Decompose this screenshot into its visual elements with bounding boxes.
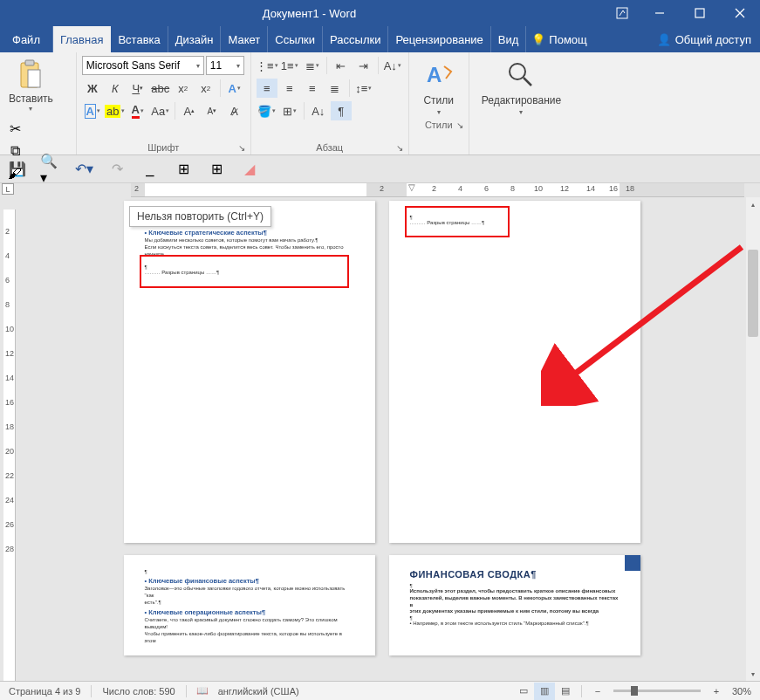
borders-button[interactable]: ⊞ — [279, 101, 300, 120]
status-word-count[interactable]: Число слов: 590 — [97, 686, 180, 697]
tab-insert[interactable]: Вставка — [111, 26, 168, 52]
multilevel-icon: ≣ — [305, 59, 315, 72]
horizontal-ruler[interactable]: 2 2 ▽ 2 4 6 8 10 12 14 16 18 — [131, 183, 744, 197]
tab-selector[interactable]: L — [2, 183, 14, 195]
tab-view[interactable]: Вид — [491, 26, 527, 52]
text-effects-button[interactable]: A — [224, 79, 245, 98]
font-color-button[interactable]: A — [127, 101, 148, 120]
scroll-up-icon[interactable]: ▴ — [746, 197, 760, 211]
sort-az-button[interactable]: A↓ — [308, 101, 329, 120]
qat-btn-7[interactable]: ⊞ — [206, 159, 227, 180]
table2-icon: ⊞ — [211, 161, 223, 177]
scroll-down-icon[interactable]: ▾ — [746, 667, 760, 681]
tab-review[interactable]: Рецензирование — [388, 26, 490, 52]
shading-button[interactable]: 🪣 — [257, 101, 277, 120]
format-painter-button[interactable]: 🖌 — [5, 165, 24, 182]
vruler-tick: 20 — [5, 447, 14, 456]
qat-btn-6[interactable]: ⊞ — [173, 159, 194, 180]
tell-me[interactable]: 💡 Помощ — [526, 26, 592, 52]
cut-button[interactable]: ✂ — [5, 120, 24, 137]
page-3[interactable]: ¶ • Ключевые финансовые аспекты¶ Заголов… — [124, 555, 375, 655]
line-spacing-button[interactable]: ↕≡ — [353, 79, 374, 98]
underline-button[interactable]: Ч▾ — [127, 79, 148, 98]
font-name-combo[interactable]: Microsoft Sans Serif▾ — [82, 56, 204, 75]
group-font: Microsoft Sans Serif▾ 11▾ Ж К Ч▾ abc x2 … — [77, 52, 251, 154]
book-icon: 📖 — [196, 685, 209, 697]
strikethrough-button[interactable]: abc — [150, 79, 171, 98]
undo-icon: ↶▾ — [75, 161, 93, 177]
vertical-ruler[interactable]: 2 4 6 8 10 12 14 16 18 20 22 24 26 28 — [3, 209, 16, 681]
share-icon: 👤 — [657, 33, 671, 46]
paste-button[interactable]: Вставить ▾ — [5, 56, 57, 114]
qat-btn-5[interactable]: ⎯ — [140, 159, 161, 180]
indent-marker-icon[interactable]: ▽ — [408, 183, 415, 192]
italic-button[interactable]: К — [105, 79, 126, 98]
status-language[interactable]: английский (США) — [213, 686, 305, 697]
maximize-button[interactable] — [680, 0, 720, 26]
decrease-indent-button[interactable]: ⇤ — [331, 56, 352, 75]
zoom-slider-knob[interactable] — [631, 686, 638, 696]
doc-text: Чтобы применить какое-либо форматировани… — [145, 631, 354, 645]
align-center-button[interactable]: ≡ — [279, 79, 300, 98]
status-page[interactable]: Страница 4 из 9 — [3, 686, 86, 697]
read-mode-button[interactable]: ▭ — [513, 683, 534, 700]
justify-button[interactable]: ≣ — [325, 79, 346, 98]
styles-launcher[interactable]: ↘ — [456, 120, 463, 130]
qat-btn-8[interactable]: ◢ — [239, 159, 260, 180]
sort-button[interactable]: A↓ — [382, 56, 403, 75]
subscript-button[interactable]: x2 — [173, 79, 194, 98]
font-size-combo[interactable]: 11▾ — [206, 56, 244, 75]
highlight-button[interactable]: ab — [105, 101, 126, 120]
hruler-tick: 2 — [380, 184, 384, 193]
multilevel-list-button[interactable]: ≣ — [302, 56, 323, 75]
grow-font-button[interactable]: A▴ — [179, 101, 200, 120]
print-layout-button[interactable]: ▥ — [534, 683, 555, 700]
minimize-button[interactable] — [640, 0, 680, 26]
zoom-in-button[interactable]: + — [706, 683, 727, 700]
redo-button[interactable]: ↷ — [106, 159, 127, 180]
styles-button[interactable]: A Стили ▾ — [414, 56, 463, 118]
increase-indent-button[interactable]: ⇥ — [353, 56, 374, 75]
page-4[interactable]: ФИНАНСОВАЯ СВОДКА¶ ¶ Используйте этот ра… — [389, 555, 640, 655]
font-launcher[interactable]: ↘ — [238, 143, 245, 153]
clear-formatting-button[interactable]: A̷ — [224, 101, 245, 120]
scrollbar-thumb[interactable] — [748, 250, 758, 337]
tab-home[interactable]: Главная — [53, 26, 111, 52]
ribbon-display-options[interactable] — [605, 0, 640, 26]
bullets-button[interactable]: ⋮≡ — [257, 56, 277, 75]
superscript-button[interactable]: x2 — [195, 79, 216, 98]
numbering-button[interactable]: 1≡ — [279, 56, 300, 75]
editing-button[interactable]: Редактирование ▾ — [475, 56, 568, 118]
change-case-button[interactable]: Aa — [150, 101, 171, 120]
share-button[interactable]: 👤 Общий доступ — [648, 26, 760, 52]
tab-references[interactable]: Ссылки — [268, 26, 323, 52]
bold-button[interactable]: Ж — [82, 79, 103, 98]
tab-file[interactable]: Файл — [0, 26, 53, 52]
annotation-box — [405, 206, 510, 237]
group-editing: Редактирование ▾ — [469, 52, 573, 154]
spellcheck-button[interactable]: 📖 — [192, 683, 213, 700]
undo-button[interactable]: ↶▾ — [73, 159, 94, 180]
lightbulb-icon: 💡 — [531, 33, 545, 46]
web-layout-button[interactable]: ▤ — [555, 683, 576, 700]
copy-button[interactable]: ⧉ — [5, 142, 24, 160]
text-outline-color-button[interactable]: A — [82, 101, 103, 120]
page-1[interactable]: НАШИМ АКЦИОНЕРАМ¶ • Ключевые стратегичес… — [124, 201, 375, 543]
tab-design[interactable]: Дизайн — [168, 26, 222, 52]
web-layout-icon: ▤ — [561, 685, 570, 697]
tab-mailings[interactable]: Рассылки — [323, 26, 388, 52]
zoom-out-button[interactable]: − — [587, 683, 608, 700]
show-marks-button[interactable]: ¶ — [331, 101, 352, 120]
align-right-button[interactable]: ≡ — [302, 79, 323, 98]
page-decoration — [625, 555, 640, 571]
vertical-scrollbar[interactable]: ▴ ▾ — [746, 197, 760, 681]
zoom-slider[interactable] — [613, 690, 701, 692]
close-button[interactable] — [720, 0, 760, 26]
shrink-font-button[interactable]: A▾ — [202, 101, 223, 120]
zoom-level[interactable]: 30% — [727, 686, 757, 697]
document-canvas[interactable]: НАШИМ АКЦИОНЕРАМ¶ • Ключевые стратегичес… — [17, 197, 746, 681]
paragraph-launcher[interactable]: ↘ — [396, 143, 403, 153]
align-left-button[interactable]: ≡ — [257, 79, 277, 98]
page-2[interactable]: ¶ ……… Разрыв страницы ……¶ — [389, 201, 640, 543]
tab-layout[interactable]: Макет — [221, 26, 268, 52]
